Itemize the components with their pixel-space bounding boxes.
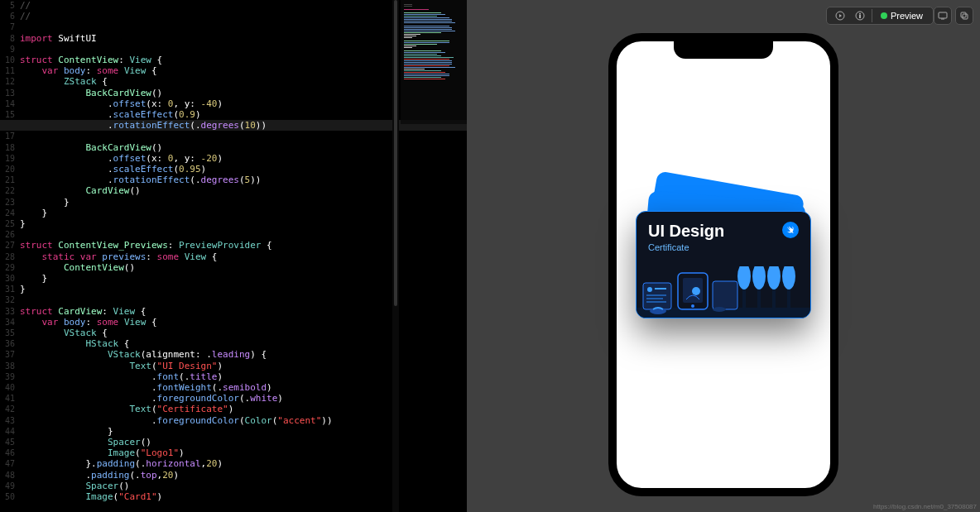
run-icon[interactable] (830, 7, 850, 24)
minimap[interactable] (401, 0, 467, 124)
card-subtitle: Certificate (648, 242, 724, 252)
svg-point-29 (650, 308, 666, 314)
svg-point-23 (752, 266, 766, 289)
device-frame: UI Design Certificate (608, 33, 838, 496)
scrollbar-thumb[interactable] (394, 0, 397, 306)
preview-toolbar: Preview (826, 7, 934, 25)
svg-rect-7 (963, 14, 968, 19)
svg-rect-4 (939, 12, 947, 18)
svg-rect-28 (787, 289, 790, 309)
svg-rect-3 (859, 13, 861, 15)
card-illustration (637, 266, 810, 318)
svg-rect-19 (713, 281, 737, 309)
svg-rect-2 (859, 15, 861, 18)
line-number-gutter: 5678910111213141516171819202122232425262… (0, 0, 17, 512)
front-card: UI Design Certificate (636, 211, 811, 318)
watermark-text: https://blog.csdn.net/m0_37508087 (873, 503, 977, 510)
device-notch (674, 41, 773, 59)
svg-rect-26 (772, 289, 776, 309)
card-stack: UI Design Certificate (636, 211, 811, 318)
preview-pane: Preview UI Design Certificate (467, 0, 980, 512)
svg-rect-11 (655, 288, 666, 289)
svg-rect-22 (742, 289, 746, 309)
svg-point-27 (782, 266, 795, 289)
svg-rect-12 (646, 294, 666, 296)
device-icon[interactable] (934, 7, 952, 25)
status-dot-icon (881, 12, 887, 19)
preview-status[interactable]: Preview (874, 11, 930, 21)
swift-logo-icon (782, 222, 799, 238)
toolbar-extra (934, 7, 973, 25)
svg-rect-6 (961, 12, 966, 17)
duplicate-icon[interactable] (955, 7, 973, 25)
card-title: UI Design (648, 222, 724, 241)
toolbar-divider (872, 9, 872, 22)
svg-point-20 (713, 307, 726, 312)
inspect-icon[interactable] (850, 7, 870, 24)
svg-rect-24 (757, 289, 761, 309)
svg-point-18 (692, 287, 700, 295)
svg-point-10 (647, 287, 652, 292)
svg-point-21 (737, 266, 751, 289)
svg-point-17 (691, 304, 694, 308)
code-editor-pane[interactable]: 5678910111213141516171819202122232425262… (0, 0, 467, 512)
editor-scrollbar[interactable] (392, 0, 399, 512)
svg-rect-13 (646, 298, 663, 299)
preview-label-text: Preview (891, 11, 923, 21)
svg-point-25 (767, 266, 781, 289)
svg-rect-14 (646, 301, 666, 303)
svg-rect-5 (941, 19, 944, 20)
